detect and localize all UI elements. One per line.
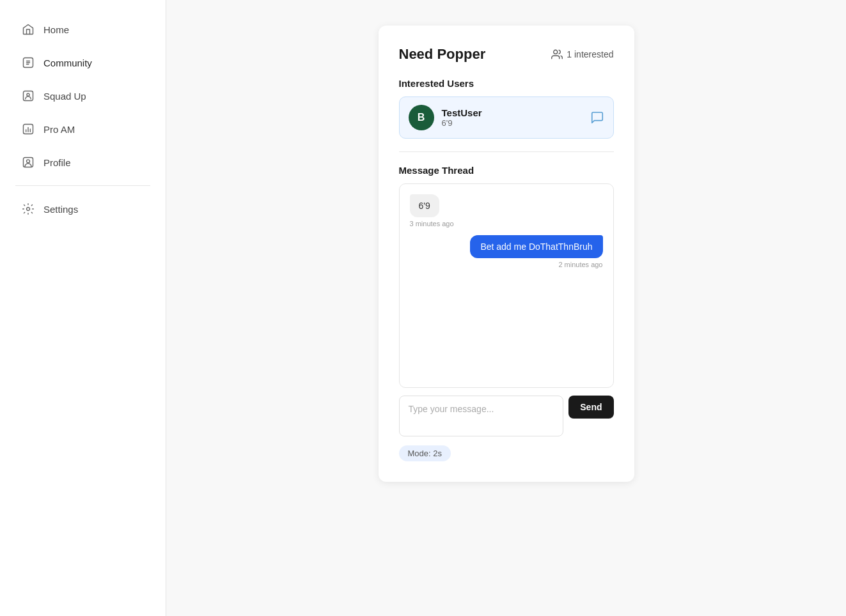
chat-icon [590, 111, 604, 125]
card-header: Need Popper 1 interested [399, 46, 614, 63]
sidebar-item-pro-am[interactable]: Pro AM [5, 114, 161, 144]
bubble-content-left: 6'9 [410, 194, 439, 217]
squad-icon [20, 88, 36, 104]
user-stat: 6'9 [442, 118, 583, 128]
message-thread: 6'9 3 minutes ago Bet add me DoThatThnBr… [399, 183, 614, 388]
interested-users-title: Interested Users [399, 78, 614, 89]
message-bubble-sent: Bet add me DoThatThnBruh 2 minutes ago [470, 235, 602, 268]
sidebar-item-home[interactable]: Home [5, 14, 161, 45]
sidebar-item-profile[interactable]: Profile [5, 147, 161, 178]
svg-point-6 [27, 208, 30, 211]
message-user-button[interactable] [590, 111, 604, 125]
send-button[interactable]: Send [568, 396, 613, 419]
home-icon [20, 22, 36, 37]
sidebar-item-squad-label: Squad Up [43, 91, 86, 102]
settings-icon [20, 201, 36, 217]
proam-icon [20, 121, 36, 137]
section-divider [399, 151, 614, 152]
bubble-content-right: Bet add me DoThatThnBruh [470, 235, 602, 258]
user-info: TestUser 6'9 [442, 107, 583, 128]
bubble-time-left: 3 minutes ago [410, 220, 454, 227]
interested-count-label: 1 interested [567, 49, 613, 59]
sidebar-divider [15, 185, 150, 186]
interested-count: 1 interested [551, 49, 613, 60]
message-thread-title: Message Thread [399, 165, 614, 176]
sidebar-item-community[interactable]: Community [5, 47, 161, 78]
user-item: B TestUser 6'9 [399, 96, 614, 139]
sidebar-item-profile-label: Profile [43, 157, 71, 168]
sidebar-item-home-label: Home [43, 24, 69, 35]
main-content: Need Popper 1 interested Interested User… [166, 0, 846, 616]
mode-badge: Mode: 2s [399, 436, 614, 461]
sidebar-item-settings[interactable]: Settings [5, 194, 161, 224]
card-title: Need Popper [399, 46, 486, 63]
people-icon [551, 49, 563, 60]
sidebar-item-settings-label: Settings [43, 204, 78, 215]
message-input-row: Send [399, 396, 614, 436]
bubble-time-right: 2 minutes ago [470, 261, 602, 268]
community-icon [20, 55, 36, 70]
mode-badge-label: Mode: 2s [399, 445, 451, 461]
svg-point-5 [27, 160, 30, 163]
svg-point-2 [27, 93, 29, 96]
sidebar-item-squad-up[interactable]: Squad Up [5, 81, 161, 111]
sidebar: Home Community Squad Up Pro AM [0, 0, 166, 616]
message-bubble-received: 6'9 3 minutes ago [410, 194, 454, 227]
message-input[interactable] [399, 396, 564, 436]
sidebar-item-community-label: Community [43, 58, 92, 68]
profile-icon [20, 155, 36, 170]
card: Need Popper 1 interested Interested User… [379, 26, 634, 482]
user-name: TestUser [442, 107, 583, 118]
sidebar-item-proam-label: Pro AM [43, 124, 75, 135]
avatar: B [409, 105, 434, 130]
svg-point-7 [554, 50, 558, 54]
